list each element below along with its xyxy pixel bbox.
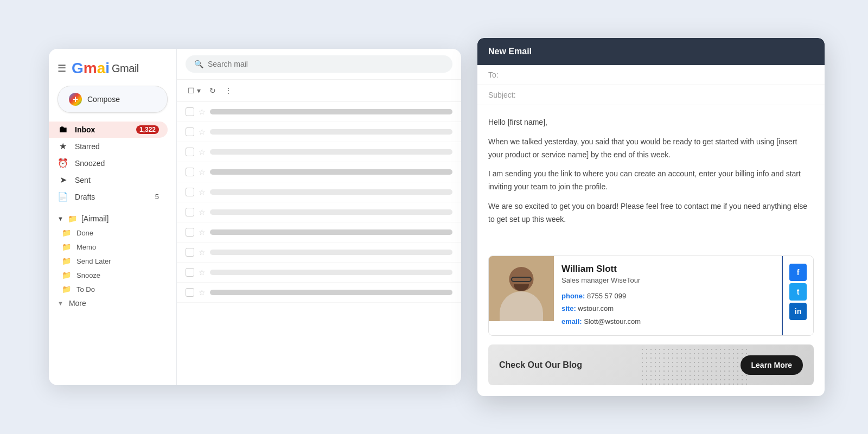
- folder-icon: 📁: [68, 214, 77, 223]
- sidebar-item-drafts[interactable]: 📄 Drafts 5: [49, 188, 168, 205]
- subject-label: Subject:: [488, 91, 526, 99]
- airmail-expand-icon: ▼: [58, 215, 63, 222]
- table-row[interactable]: ☆: [177, 182, 461, 202]
- email-star[interactable]: ☆: [199, 268, 206, 277]
- email-checkbox[interactable]: [186, 148, 194, 156]
- email-star[interactable]: ☆: [199, 228, 206, 237]
- facebook-button[interactable]: f: [789, 264, 807, 281]
- new-email-modal: New Email To: Subject: Hello [first name…: [477, 38, 825, 396]
- table-row[interactable]: ☆: [177, 242, 461, 263]
- email-checkbox[interactable]: [186, 168, 194, 176]
- select-all-button[interactable]: ☐ ▾: [186, 84, 203, 97]
- more-label: More: [69, 299, 86, 308]
- search-input-wrapper[interactable]: 🔍: [186, 55, 452, 73]
- twitter-button[interactable]: t: [789, 283, 807, 301]
- blog-banner: Check Out Our Blog Learn More: [488, 344, 814, 385]
- body-line3: We are so excited to get you on board! P…: [488, 200, 814, 226]
- refresh-button[interactable]: ↻: [207, 84, 218, 97]
- person-body: [500, 291, 543, 321]
- email-star[interactable]: ☆: [199, 148, 206, 156]
- snoozed-label: Snoozed: [75, 159, 105, 168]
- folder-item-send-later[interactable]: 📁 Send Later: [49, 254, 176, 268]
- email-star[interactable]: ☆: [199, 248, 206, 257]
- sig-phone-value: 8755 57 099: [587, 292, 626, 300]
- email-preview-bar: [210, 149, 452, 155]
- sig-site: site: wstour.com: [561, 302, 774, 315]
- folder-done-label: Done: [76, 229, 93, 237]
- email-star[interactable]: ☆: [199, 107, 206, 116]
- gmail-logo: Gmai Gmail: [72, 60, 139, 77]
- email-star[interactable]: ☆: [199, 188, 206, 196]
- folder-item-memo[interactable]: 📁 Memo: [49, 240, 176, 254]
- inbox-badge: 1,322: [136, 125, 159, 134]
- clock-icon: ⏰: [58, 158, 68, 168]
- email-preview-bar: [210, 129, 452, 135]
- body-greeting: Hello [first name],: [488, 116, 814, 129]
- sidebar-item-sent[interactable]: ➤ Sent: [49, 171, 168, 188]
- starred-label: Starred: [75, 142, 100, 151]
- airmail-folder-header[interactable]: ▼ 📁 [Airmail]: [49, 212, 176, 226]
- table-row[interactable]: ☆: [177, 122, 461, 142]
- body-line1: When we talked yesterday, you said that …: [488, 136, 814, 162]
- email-checkbox[interactable]: [186, 268, 194, 277]
- gmail-header: ☰ Gmai Gmail: [49, 58, 176, 86]
- more-item[interactable]: ▼ More: [49, 296, 176, 310]
- sig-site-value: wstour.com: [578, 304, 614, 312]
- sidebar-item-inbox[interactable]: 🖿 Inbox 1,322: [49, 122, 168, 138]
- folder-item-done[interactable]: 📁 Done: [49, 226, 176, 240]
- table-row[interactable]: ☆: [177, 142, 461, 162]
- folder-todo-icon: 📁: [62, 285, 71, 293]
- email-checkbox[interactable]: [186, 248, 194, 257]
- email-checkbox[interactable]: [186, 107, 194, 116]
- banner-dots-decoration: [640, 347, 749, 385]
- subject-input[interactable]: [526, 91, 814, 99]
- email-star[interactable]: ☆: [199, 127, 206, 136]
- learn-more-button[interactable]: Learn More: [741, 355, 803, 375]
- email-preview-bar: [210, 250, 452, 255]
- folder-snooze-label: Snooze: [76, 271, 100, 279]
- email-star[interactable]: ☆: [199, 288, 206, 297]
- sidebar-item-starred[interactable]: ★ Starred: [49, 138, 168, 155]
- folder-item-todo[interactable]: 📁 To Do: [49, 282, 176, 296]
- more-options-button[interactable]: ⋮: [222, 84, 234, 97]
- email-preview-bar: [210, 229, 452, 235]
- folder-memo-label: Memo: [76, 243, 96, 251]
- modal-header: New Email: [477, 38, 825, 65]
- sidebar-item-snoozed[interactable]: ⏰ Snoozed: [49, 155, 168, 171]
- email-checkbox[interactable]: [186, 188, 194, 196]
- sig-title: Sales manager WiseTour: [561, 276, 774, 284]
- sig-email-label: email:: [561, 317, 582, 326]
- table-row[interactable]: ☆: [177, 263, 461, 283]
- table-row[interactable]: ☆: [177, 102, 461, 122]
- email-star[interactable]: ☆: [199, 168, 206, 176]
- sig-phone: phone: 8755 57 099: [561, 290, 774, 302]
- email-star[interactable]: ☆: [199, 208, 206, 216]
- blog-text: Check Out Our Blog: [499, 360, 582, 370]
- folder-done-icon: 📁: [62, 228, 71, 237]
- email-checkbox[interactable]: [186, 288, 194, 297]
- sig-site-label: site:: [561, 304, 576, 312]
- email-checkbox[interactable]: [186, 228, 194, 237]
- search-input[interactable]: [208, 60, 444, 68]
- sig-email: email: Slott@wstour.com: [561, 315, 774, 328]
- inbox-icon: 🖿: [58, 125, 68, 135]
- compose-button[interactable]: + Compose: [58, 86, 168, 113]
- table-row[interactable]: ☆: [177, 222, 461, 242]
- table-row[interactable]: ☆: [177, 162, 461, 182]
- subject-field-row: Subject:: [477, 85, 825, 105]
- email-checkbox[interactable]: [186, 208, 194, 216]
- gmail-window: ☰ Gmai Gmail + Compose 🖿 Inbox 1,322 ★ S…: [49, 49, 461, 385]
- table-row[interactable]: ☆: [177, 283, 461, 303]
- email-preview-bar: [210, 109, 452, 114]
- to-input[interactable]: [526, 71, 814, 79]
- email-checkbox[interactable]: [186, 127, 194, 136]
- table-row[interactable]: ☆: [177, 202, 461, 222]
- sig-name: William Slott: [561, 264, 774, 275]
- sig-phone-label: phone:: [561, 292, 585, 300]
- gmail-m-icon: Gmai: [72, 60, 110, 77]
- folder-item-snooze[interactable]: 📁 Snooze: [49, 268, 176, 282]
- email-body: Hello [first name], When we talked yeste…: [477, 105, 825, 247]
- email-list-area: 🔍 ☐ ▾ ↻ ⋮ ☆ ☆ ☆: [176, 49, 461, 385]
- linkedin-button[interactable]: in: [789, 303, 807, 320]
- hamburger-icon[interactable]: ☰: [58, 62, 66, 74]
